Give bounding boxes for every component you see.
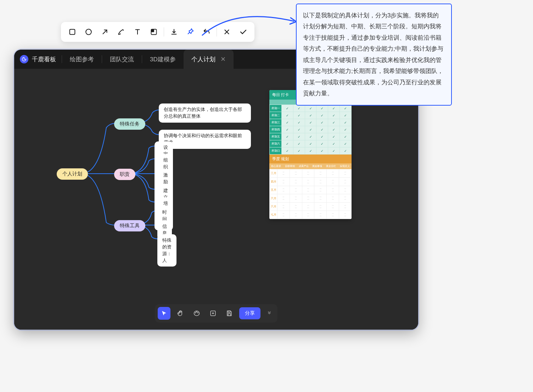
quarter-columns: 核心要求目标举例成果产出奖励事项奖金分红实现意义 (269, 163, 352, 169)
plan-cell: ······ (290, 178, 302, 186)
check-cell: ✓ (293, 119, 305, 126)
plan-cell: ······ (290, 211, 302, 219)
plan-cell: ······ (339, 194, 352, 202)
check-cell: ✓ (340, 147, 352, 155)
plan-cell: ······ (302, 202, 314, 211)
check-cell: ✓ (316, 140, 328, 147)
tab-3d[interactable]: 3D建模参 (142, 50, 184, 69)
check-cell: ✓ (328, 105, 340, 112)
mindmap-node[interactable]: 职责 (114, 169, 135, 180)
plan-cell: ······ (290, 194, 302, 202)
pin-tool[interactable] (184, 26, 197, 38)
plan-cell: ······ (327, 194, 339, 202)
embedded-table-card[interactable]: 每日 打卡 星期一✓✓✓✓✓✓星期二✓✓✓✓✓✓星期三✓✓✓✓✓✓星期四✓✓✓✓… (269, 90, 352, 219)
plan-cell: ······ (277, 178, 290, 186)
canvas[interactable]: 个人计划 特殊任务 创造有生产力的实体，创造出大于各部分总和的真正整体 协调每个… (14, 69, 418, 330)
mindmap-leaf[interactable]: 特殊的资源：人 (157, 234, 176, 267)
plan-cell: ······ (327, 202, 339, 211)
app-logo-icon[interactable] (20, 55, 28, 63)
square-tool[interactable] (66, 26, 79, 38)
plan-cell: ······ (339, 178, 352, 186)
mindmap-leaf[interactable]: 创造有生产力的实体，创造出大于各部分总和的真正整体 (159, 103, 251, 123)
toolbar-divider (164, 27, 164, 37)
palette-tool[interactable] (190, 307, 203, 320)
tab-team[interactable]: 团队交流 (102, 50, 142, 69)
pen-tool[interactable] (115, 26, 128, 38)
check-cell: ✓ (293, 105, 305, 112)
check-cell: ✓ (328, 140, 340, 147)
check-cell: ✓ (293, 126, 305, 133)
check-cell: ✓ (316, 147, 328, 155)
text-tool[interactable] (131, 26, 144, 38)
plan-cell: ······ (314, 178, 327, 186)
bottom-toolbar: 分享 (155, 304, 277, 323)
check-cell: ✓ (316, 133, 328, 140)
check-cell: ✓ (305, 147, 316, 155)
check-cell: ✓ (293, 133, 305, 140)
check-cell: ✓ (293, 140, 305, 147)
check-cell: ✓ (340, 105, 352, 112)
check-cell: ✓ (316, 112, 328, 119)
check-cell: ✓ (305, 126, 316, 133)
check-cell: ✓ (305, 112, 316, 119)
month-cell: 四月 (270, 178, 277, 186)
sticker-tool[interactable] (147, 26, 160, 38)
check-cell: ✓ (305, 133, 316, 140)
tab-drawing[interactable]: 绘图参考 (62, 50, 102, 69)
month-cell: 六月 (270, 202, 277, 211)
download-tool[interactable] (168, 26, 180, 38)
check-cell: ✓ (305, 105, 316, 112)
column-header: 实现意义 (338, 163, 352, 169)
plan-cell: ······ (339, 169, 352, 178)
more-icon[interactable] (264, 307, 275, 320)
month-cell: 七月 (270, 211, 277, 219)
check-cell: ✓ (340, 133, 352, 140)
day-label: 星期日 (270, 147, 282, 155)
plan-cell: ······ (277, 169, 290, 178)
hand-tool[interactable] (174, 307, 187, 320)
app-brand: 千鹿看板 (32, 55, 56, 63)
svg-point-6 (196, 312, 197, 312)
check-cell: ✓ (282, 133, 293, 140)
save-tool[interactable] (223, 307, 236, 320)
connector-arrow (198, 11, 301, 64)
plan-cell: ······ (277, 186, 290, 194)
plan-cell: ······ (327, 211, 339, 219)
check-cell: ✓ (282, 112, 293, 119)
check-cell: ✓ (328, 112, 340, 119)
check-cell: ✓ (328, 133, 340, 140)
check-cell: ✓ (282, 119, 293, 126)
check-cell: ✓ (316, 126, 328, 133)
check-cell: ✓ (340, 126, 352, 133)
day-label: 星期六 (270, 140, 282, 147)
circle-tool[interactable] (82, 26, 95, 38)
plan-cell: ······ (302, 194, 314, 202)
plan-cell: ······ (314, 169, 327, 178)
svg-rect-3 (151, 29, 154, 32)
mindmap-node[interactable]: 特殊工具 (114, 220, 145, 231)
check-cell: ✓ (316, 119, 328, 126)
svg-point-7 (198, 313, 198, 313)
svg-rect-0 (70, 29, 75, 35)
day-label: 星期一 (270, 105, 282, 112)
share-button[interactable]: 分享 (239, 307, 260, 319)
day-label: 星期二 (270, 112, 282, 119)
mindmap-root-node[interactable]: 个人计划 (57, 168, 88, 180)
cursor-tool[interactable] (158, 307, 170, 320)
month-cell: 六月 (270, 194, 277, 202)
day-label: 星期五 (270, 133, 282, 140)
month-cell: 五月 (270, 186, 277, 194)
pinned-note[interactable]: 以下是我制定的具体计划，分为3步实施。我将我的计划分解为短期、中期、长期三个阶段… (296, 4, 452, 106)
check-cell: ✓ (328, 119, 340, 126)
mindmap-node[interactable]: 特殊任务 (114, 118, 145, 130)
plan-cell: ······ (290, 186, 302, 194)
plan-cell: ······ (327, 178, 339, 186)
plan-cell: ······ (277, 194, 290, 202)
plan-cell: ······ (314, 186, 327, 194)
plan-cell: ······ (314, 202, 327, 211)
column-header: 目标举例 (283, 163, 297, 169)
check-cell: ✓ (282, 147, 293, 155)
plan-cell: ······ (339, 186, 352, 194)
arrow-tool[interactable] (99, 26, 111, 38)
import-tool[interactable] (207, 307, 219, 320)
